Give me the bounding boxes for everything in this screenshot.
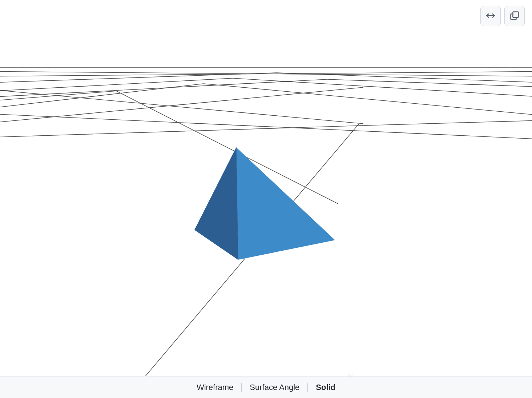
render-mode-surface-angle[interactable]: Surface Angle: [242, 381, 307, 395]
svg-line-10: [203, 84, 532, 116]
svg-line-4: [276, 73, 532, 83]
svg-line-15: [0, 114, 532, 140]
svg-line-11: [0, 87, 363, 124]
scene-svg: [0, 0, 532, 376]
tetrahedron-model: [194, 147, 335, 260]
3d-viewport[interactable]: [0, 0, 532, 376]
render-mode-group: Wireframe Surface Angle Solid: [189, 381, 343, 395]
svg-marker-19: [236, 147, 335, 260]
svg-line-3: [0, 73, 276, 83]
svg-line-8: [327, 79, 532, 87]
popout-button[interactable]: [504, 6, 525, 26]
viewport-toolbar: [480, 6, 525, 26]
render-mode-bar: Wireframe Surface Angle Solid: [0, 377, 532, 398]
svg-line-13: [0, 126, 363, 138]
svg-line-14: [363, 120, 532, 126]
svg-line-12: [0, 89, 363, 124]
svg-marker-20: [194, 147, 238, 260]
svg-line-5: [0, 78, 233, 92]
render-mode-solid[interactable]: Solid: [308, 381, 343, 395]
popout-icon: [509, 11, 520, 22]
expand-horizontal-icon: [485, 11, 496, 22]
expand-button[interactable]: [480, 6, 501, 26]
render-mode-wireframe[interactable]: Wireframe: [189, 381, 241, 395]
active-mode-indicator-icon: [347, 374, 354, 377]
svg-rect-23: [513, 12, 518, 17]
